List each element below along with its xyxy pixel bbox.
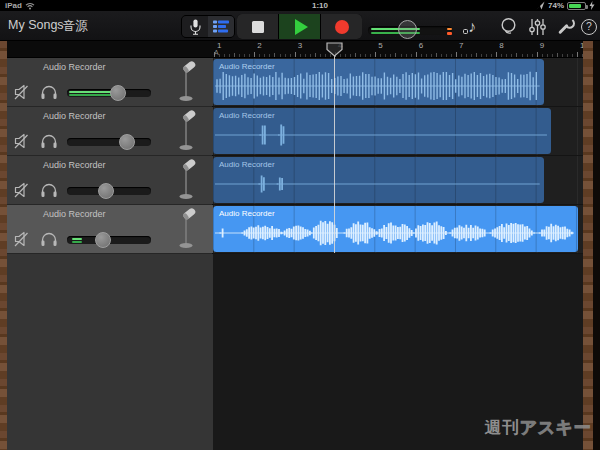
ruler-tick	[290, 54, 291, 57]
track-mute-button[interactable]	[14, 182, 34, 200]
garageband-screen: iPad 1:10 74% My Songs 音源	[0, 0, 600, 450]
track-volume-knob[interactable]	[98, 183, 114, 199]
track-volume-track	[67, 138, 151, 146]
ruler-tick	[406, 54, 407, 57]
playhead-line	[334, 55, 335, 253]
microphone-illustration	[169, 60, 205, 104]
watermark-solid: 週刊	[485, 418, 520, 437]
timeline-ruler[interactable]: 12345678910 A	[0, 41, 600, 58]
ruler-tick	[532, 54, 533, 57]
ruler-tick	[350, 54, 351, 57]
ruler-tick	[264, 54, 265, 57]
ruler-tick	[285, 54, 286, 57]
toolbar: My Songs 音源	[0, 11, 600, 41]
sound-source-button[interactable]: 音源	[63, 18, 88, 35]
ruler-tick	[224, 54, 225, 57]
ruler-bar-number: 5	[378, 41, 382, 50]
track-volume-slider[interactable]	[67, 135, 151, 149]
ruler-tick	[562, 54, 563, 57]
stop-icon	[252, 21, 264, 33]
play-button[interactable]	[279, 14, 320, 39]
ruler-tick	[385, 54, 386, 57]
track-instrument-icon[interactable]	[169, 60, 205, 108]
ruler-tick	[466, 54, 467, 57]
stop-button[interactable]	[237, 14, 278, 39]
track-mute-button[interactable]	[14, 84, 34, 102]
waveform	[213, 167, 544, 201]
track-solo-headphones-button[interactable]	[40, 231, 60, 249]
waveform	[213, 216, 578, 250]
level-indicator-bottom	[447, 32, 452, 35]
track-volume-slider[interactable]	[67, 86, 151, 100]
ruler-tick	[446, 54, 447, 57]
track-volume-knob[interactable]	[119, 134, 135, 150]
ruler-tick	[244, 54, 245, 57]
audio-region-3[interactable]: Audio Recorder	[213, 157, 544, 203]
ruler-tick	[355, 53, 356, 58]
track-mute-button[interactable]	[14, 133, 34, 151]
audio-region-4[interactable]: Audio Recorder	[213, 206, 578, 252]
track-volume-knob[interactable]	[95, 232, 111, 248]
track-volume-knob[interactable]	[110, 85, 126, 101]
ruler-tick	[421, 54, 422, 57]
wood-edge-left	[0, 41, 7, 450]
master-volume-knob[interactable]	[398, 20, 417, 39]
tracks-view-button[interactable]	[208, 16, 234, 37]
mute-speaker-icon	[14, 182, 32, 198]
ruler-tick	[390, 54, 391, 57]
mute-speaker-icon	[14, 231, 32, 247]
settings-button[interactable]	[554, 15, 576, 38]
ruler-tick	[522, 54, 523, 57]
track-header-2[interactable]: Audio Recorder	[7, 107, 213, 155]
ruler-tick	[345, 54, 346, 57]
help-icon: ?	[581, 19, 597, 35]
ruler-tick	[300, 54, 301, 57]
section-marker[interactable]: A	[214, 49, 219, 56]
loop-browser-button[interactable]: ♪	[461, 15, 483, 38]
playhead-marker[interactable]	[326, 42, 343, 57]
track-solo-headphones-button[interactable]	[40, 133, 60, 151]
jam-session-button[interactable]	[497, 15, 519, 38]
track-header-1[interactable]: Audio Recorder	[7, 58, 213, 106]
headphones-icon	[40, 231, 58, 247]
audio-region-2[interactable]: Audio Recorder	[213, 108, 551, 154]
track-volume-slider[interactable]	[67, 233, 151, 247]
track-name-label: Audio Recorder	[43, 160, 106, 170]
track-instrument-icon[interactable]	[169, 109, 205, 157]
wood-edge-right	[583, 41, 593, 450]
track-solo-headphones-button[interactable]	[40, 182, 60, 200]
ruler-tick	[370, 54, 371, 57]
track-volume-meter	[72, 241, 82, 243]
my-songs-button[interactable]: My Songs	[8, 18, 64, 32]
ruler-tick	[456, 52, 457, 58]
track-name-label: Audio Recorder	[43, 111, 106, 121]
ruler-tick	[511, 54, 512, 57]
track-instrument-icon[interactable]	[169, 158, 205, 206]
record-button[interactable]	[321, 14, 362, 39]
ruler-tick	[537, 52, 538, 58]
ruler-tick	[229, 54, 230, 57]
carrier-label: iPad	[5, 1, 22, 10]
track-solo-headphones-button[interactable]	[40, 84, 60, 102]
ruler-tick	[506, 54, 507, 57]
ruler-tick	[486, 54, 487, 57]
ruler-bar-number: 3	[298, 41, 302, 50]
audio-region-1[interactable]: Audio Recorder	[213, 59, 544, 105]
ruler-tick	[315, 53, 316, 58]
track-header-empty-area: +	[7, 254, 213, 450]
instrument-view-button[interactable]	[182, 16, 208, 37]
ruler-tick	[416, 52, 417, 58]
track-volume-slider[interactable]	[67, 184, 151, 198]
track-instrument-icon[interactable]	[169, 207, 205, 255]
track-header-panel: Audio Recorder Audio Recorder Audio Reco…	[7, 58, 213, 450]
track-header-3[interactable]: Audio Recorder	[7, 156, 213, 204]
ruler-tick	[239, 54, 240, 57]
track-mute-button[interactable]	[14, 231, 34, 249]
microphone-illustration	[169, 109, 205, 153]
track-controls-button[interactable]	[526, 15, 548, 38]
master-volume-slider[interactable]	[368, 23, 452, 37]
ruler-tick	[496, 52, 497, 58]
ruler-tick	[249, 54, 250, 57]
track-header-4[interactable]: Audio Recorder	[7, 205, 213, 253]
help-button[interactable]: ?	[578, 15, 600, 38]
